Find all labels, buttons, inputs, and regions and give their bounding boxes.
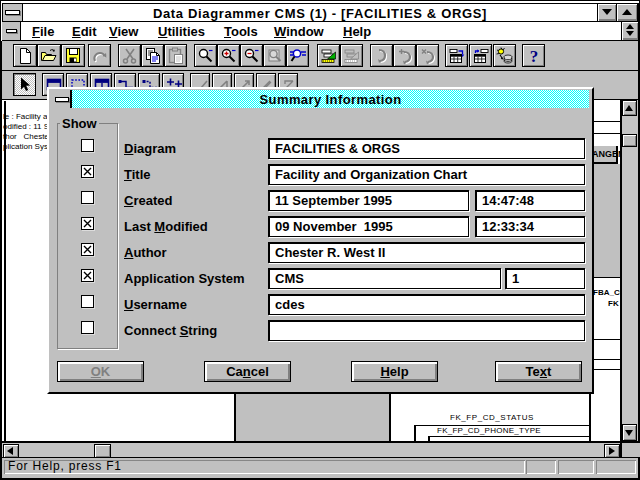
svg-text:?: ? <box>530 47 539 65</box>
